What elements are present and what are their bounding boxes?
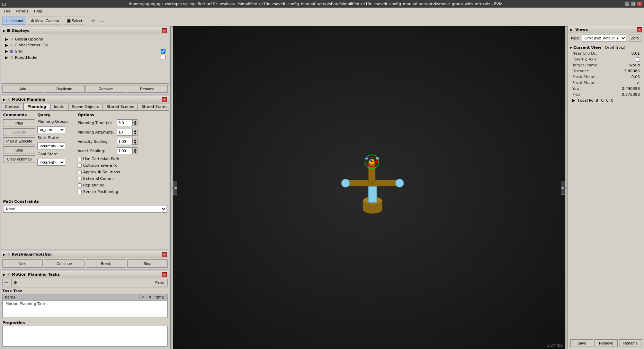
displays-extra-space xyxy=(2,61,168,82)
accel-scaling-spinbtn[interactable]: ▲▼ xyxy=(133,147,137,154)
views-close-button[interactable]: ✕ xyxy=(637,27,642,32)
start-state-select[interactable]: <current> xyxy=(37,143,65,149)
mp-close-button[interactable]: ✕ xyxy=(162,97,167,102)
mpt-exec-button[interactable]: Exec xyxy=(152,279,168,286)
tab-stored-states[interactable]: Stored States xyxy=(138,103,169,110)
close-button[interactable]: ✕ xyxy=(637,1,642,6)
tab-context[interactable]: Context xyxy=(1,103,24,110)
stop-button[interactable]: Stop xyxy=(3,146,35,154)
right-resize-handle[interactable]: ▶ xyxy=(565,26,568,349)
accel-scaling-spinner: ▲▼ xyxy=(117,147,137,154)
planning-time-input[interactable] xyxy=(117,119,133,126)
commands-col: Commands Plan Execute Plan & Execute Sto… xyxy=(3,113,35,195)
view-prop-yaw: Yaw 0.490398 xyxy=(570,86,643,92)
viewport-3d[interactable]: ◀ ▶ 1.27 fps xyxy=(173,26,565,349)
view-prop-focal-shape-2: Focal Shape... ✓ xyxy=(570,80,643,86)
window-controls: _ □ ✕ xyxy=(625,1,642,6)
continue-button[interactable]: Continue xyxy=(44,259,84,268)
move-camera-button[interactable]: ⊕ Move Camera xyxy=(28,17,62,25)
goal-state-select[interactable]: <current> xyxy=(37,159,65,166)
left-resize-handle[interactable]: ◀ xyxy=(170,26,173,349)
robot-model-checkbox[interactable] xyxy=(161,55,166,60)
plan-execute-button[interactable]: Plan & Execute xyxy=(3,137,35,145)
plan-button[interactable]: Plan xyxy=(3,119,35,127)
task-tree-col-name: name xyxy=(3,294,140,300)
global-status-icon: ✓ xyxy=(10,43,13,47)
current-view-header[interactable]: ▼ Current View Orbit (rviz) xyxy=(570,45,643,50)
mpt-header[interactable]: ▶ ⚙ Motion Planning Tasks ✕ xyxy=(1,271,169,278)
accel-scaling-input[interactable] xyxy=(117,147,133,154)
viewport-collapse-right[interactable]: ▶ xyxy=(561,181,565,195)
focal-point-row[interactable]: ▶ Focal Point 0; 0; 0 xyxy=(570,98,643,103)
collision-aware-ik-checkbox[interactable] xyxy=(78,164,82,168)
displays-rename-button[interactable]: Rename xyxy=(127,85,168,93)
displays-content: ▶ ⚙ Global Options ▶ ✓ Global Status: Ok… xyxy=(1,34,169,83)
select-label: Select xyxy=(72,19,82,23)
grid-checkbox[interactable] xyxy=(161,49,166,54)
planning-attempts-spinbtn[interactable]: ▲▼ xyxy=(133,129,137,136)
tab-stored-scenes[interactable]: Stored Scenes xyxy=(103,103,138,110)
path-constraints-select[interactable]: None xyxy=(3,205,167,213)
menu-file[interactable]: File xyxy=(1,8,13,14)
views-remove-button[interactable]: Remove xyxy=(594,339,617,347)
next-button[interactable]: Next xyxy=(2,259,43,268)
rviz-tools-close-button[interactable]: ✕ xyxy=(162,252,167,257)
menu-panels[interactable]: Panels xyxy=(13,8,31,14)
global-status-expand[interactable]: ▶ xyxy=(5,43,9,47)
viewport-collapse-left[interactable]: ◀ xyxy=(173,181,177,195)
display-item-global-options[interactable]: ▶ ⚙ Global Options xyxy=(3,36,167,42)
velocity-scaling-input[interactable] xyxy=(117,138,133,145)
displays-duplicate-button[interactable]: Duplicate xyxy=(44,85,85,93)
grid-expand[interactable]: ▶ xyxy=(5,49,9,53)
displays-add-button[interactable]: Add xyxy=(2,85,43,93)
execute-button[interactable]: Execute xyxy=(3,128,35,136)
display-item-robot-model[interactable]: ▶ ⚙ RobotModel xyxy=(3,54,167,61)
display-item-global-status[interactable]: ▶ ✓ Global Status: Ok xyxy=(3,42,167,48)
pitch-value: 0.575398 xyxy=(622,92,640,97)
clear-octomap-button[interactable]: Clear octomap xyxy=(3,155,35,163)
rviz-stop-button[interactable]: Stop xyxy=(127,259,168,268)
robot-arm-svg xyxy=(338,140,407,227)
velocity-scaling-spinbtn[interactable]: ▲▼ xyxy=(133,138,137,145)
displays-panel-title: ▶ ⊞ Displays xyxy=(3,28,29,33)
tab-scene-objects[interactable]: Scene Objects xyxy=(68,103,103,110)
select-button[interactable]: ▣ Select xyxy=(64,17,86,25)
robot-model-expand[interactable]: ▶ xyxy=(5,55,9,59)
mpt-task-item[interactable]: Motion Planning Tasks xyxy=(3,301,167,307)
global-options-expand[interactable]: ▶ xyxy=(5,37,9,42)
approx-ik-checkbox[interactable] xyxy=(78,170,82,174)
views-rename-button[interactable]: Rename xyxy=(619,339,642,347)
displays-panel-header[interactable]: ▶ ⊞ Displays ✕ xyxy=(1,27,169,34)
external-comm-checkbox[interactable] xyxy=(78,177,82,181)
3d-view[interactable] xyxy=(173,26,565,349)
use-cartesian-path-checkbox[interactable] xyxy=(78,157,82,161)
planning-group-select[interactable]: ur_arm xyxy=(37,126,65,133)
views-type-select[interactable]: Orbit (rviz_default_) xyxy=(582,35,626,42)
tab-joints[interactable]: Joints xyxy=(50,103,68,110)
menu-help[interactable]: Help xyxy=(31,8,45,14)
path-constraints-section: Path Constraints None xyxy=(1,197,169,215)
maximize-button[interactable]: □ xyxy=(631,1,636,6)
display-item-grid[interactable]: ▶ ⊞ Grid xyxy=(3,48,167,54)
planning-time-spinbtn[interactable]: ▲▼ xyxy=(133,119,137,126)
rviz-tools-content: Next Continue Break Stop xyxy=(1,258,169,269)
sensor-positioning-checkbox[interactable] xyxy=(78,190,82,194)
replanning-checkbox[interactable] xyxy=(78,183,82,187)
rviz-tools-header[interactable]: ▶ ⚙ RvizVisualToolsGui ✕ xyxy=(1,251,169,258)
mpt-edit-button[interactable]: ✏ xyxy=(2,279,10,286)
displays-close-button[interactable]: ✕ xyxy=(162,28,167,33)
views-zero-button[interactable]: Zero xyxy=(628,35,642,42)
interact-button[interactable]: ↔ Interact xyxy=(2,17,26,25)
select-icon: ▣ xyxy=(67,18,71,23)
minimize-button[interactable]: _ xyxy=(625,1,629,6)
break-button[interactable]: Break xyxy=(86,259,126,268)
planning-attempts-input[interactable] xyxy=(117,129,133,136)
properties-section: Properties xyxy=(1,319,169,348)
mpt-close-button[interactable]: ✕ xyxy=(162,272,167,277)
views-save-button[interactable]: Save xyxy=(570,339,593,347)
motion-planning-header[interactable]: ▶ ⚙ MotionPlanning ✕ xyxy=(1,96,169,103)
mpt-settings-button[interactable]: ⚙ xyxy=(11,279,19,286)
displays-remove-button[interactable]: Remove xyxy=(86,85,126,93)
invertz-checkbox[interactable] xyxy=(636,57,640,62)
tab-planning[interactable]: Planning xyxy=(24,103,50,110)
